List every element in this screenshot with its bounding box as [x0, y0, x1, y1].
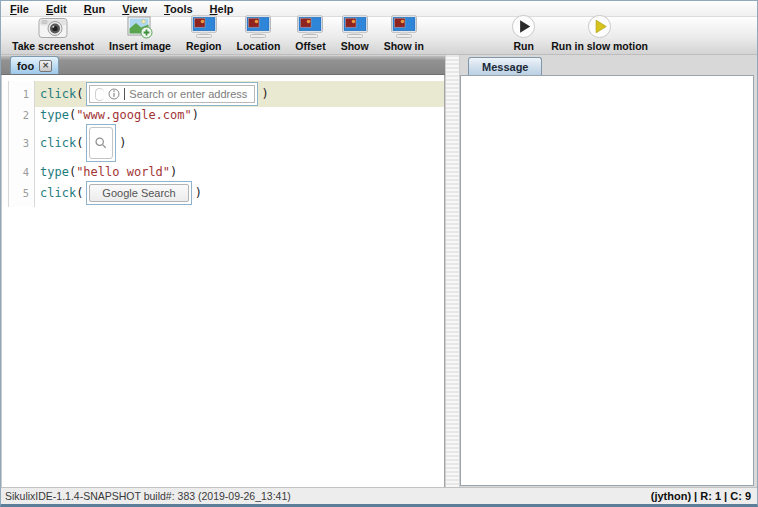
toolbar-button-label: Insert image: [109, 40, 171, 52]
monitor-region-icon: [244, 14, 272, 39]
editor-tab-bar: foo ✕: [1, 55, 445, 75]
text-caret: [124, 88, 125, 100]
code-content: type("www.google.com"): [35, 107, 444, 122]
info-icon: [108, 88, 120, 100]
magnifier-icon: [94, 136, 108, 150]
token-paren: ): [170, 165, 177, 179]
monitor-region-icon: [190, 14, 218, 39]
toolbar-button-label: Location: [237, 40, 281, 52]
token-paren: ): [195, 186, 202, 200]
code-line-1: 1 click(Search or enter address): [2, 81, 444, 107]
code-content: type("hello world"): [35, 164, 444, 179]
token-function: type: [40, 165, 69, 179]
message-pane: Message: [460, 55, 757, 487]
toolbar-button-run-slow-motion[interactable]: Run in slow motion: [546, 14, 653, 52]
gutter-strip: [2, 107, 9, 122]
toolbar-button-label: Run in slow motion: [551, 40, 648, 52]
toolbar-button-label: Region: [186, 40, 222, 52]
run-slow-icon: [587, 14, 612, 39]
token-function: click: [40, 87, 76, 101]
code-content: click(Google Search): [35, 179, 444, 207]
address-bar-snippet: Search or enter address: [89, 85, 255, 103]
line-number: 4: [9, 164, 35, 179]
message-output-area[interactable]: [460, 75, 754, 486]
toolbar-button-label: Run: [513, 40, 533, 52]
code-line-4: 4 type("hello world"): [2, 164, 444, 179]
token-paren: (: [69, 108, 76, 122]
google-search-button-snippet: Google Search: [89, 184, 188, 202]
status-position-text: (jython) | R: 1 | C: 9: [651, 490, 751, 502]
token-paren: ): [261, 87, 268, 101]
run-icon: [511, 14, 536, 39]
message-tab-bar: Message: [460, 55, 757, 75]
sikulix-ide-window: File Edit Run View Tools Help Take scree…: [0, 0, 758, 507]
gutter-strip: [2, 122, 9, 164]
code-line-3: 3 click(): [2, 122, 444, 164]
code-content: click(): [35, 122, 444, 164]
status-version-text: SikulixIDE-1.1.4-SNAPSHOT build#: 383 (2…: [5, 490, 291, 502]
toolbar-button-label: Show in: [384, 40, 424, 52]
token-paren: (: [69, 165, 76, 179]
line-number: 3: [9, 122, 35, 164]
token-paren: ): [192, 108, 199, 122]
image-thumbnail-address-bar[interactable]: Search or enter address: [86, 82, 258, 106]
code-line-5: 5 click(Google Search): [2, 179, 444, 207]
code-editor[interactable]: 1 click(Search or enter address) 2 type(…: [1, 75, 445, 487]
camera-icon: [38, 14, 68, 39]
image-thumbnail-google-search[interactable]: Google Search: [86, 181, 191, 205]
tab-foo[interactable]: foo ✕: [10, 56, 59, 74]
tab-foo-label: foo: [17, 60, 34, 72]
toolbar-button-label: Offset: [295, 40, 325, 52]
token-string: "hello world": [76, 165, 170, 179]
status-bar: SikulixIDE-1.1.4-SNAPSHOT build#: 383 (2…: [1, 487, 757, 504]
toolbar-button-region[interactable]: Region: [181, 14, 227, 52]
toolbar-button-show[interactable]: Show: [336, 14, 374, 52]
gutter-strip: [2, 164, 9, 179]
pane-splitter[interactable]: [445, 55, 460, 487]
editor-pane: foo ✕ 1 click(Search or enter address) 2…: [1, 55, 445, 487]
token-function: click: [40, 136, 76, 150]
main-area: foo ✕ 1 click(Search or enter address) 2…: [1, 55, 757, 487]
toolbar-button-run[interactable]: Run: [506, 14, 541, 52]
token-paren: ): [119, 136, 126, 150]
line-number: 2: [9, 107, 35, 122]
search-button-snippet: [89, 127, 113, 159]
token-paren: (: [76, 87, 83, 101]
token-function: click: [40, 186, 76, 200]
monitor-region-icon: [390, 14, 418, 39]
monitor-region-icon: [341, 14, 369, 39]
tab-message[interactable]: Message: [468, 57, 542, 75]
close-icon[interactable]: ✕: [39, 60, 52, 72]
toolbar-button-location[interactable]: Location: [232, 14, 286, 52]
code-content: click(Search or enter address): [35, 81, 444, 107]
line-number: 1: [9, 81, 35, 107]
token-string: "www.google.com": [76, 108, 192, 122]
toolbar-button-offset[interactable]: Offset: [290, 14, 330, 52]
toolbar-button-label: Take screenshot: [12, 40, 94, 52]
line-number: 5: [9, 179, 35, 207]
address-bar-placeholder: Search or enter address: [129, 88, 247, 100]
gutter-strip: [2, 81, 9, 107]
monitor-region-icon: [296, 14, 324, 39]
toolbar-button-take-screenshot[interactable]: Take screenshot: [7, 14, 99, 52]
toolbar-button-label: Show: [341, 40, 369, 52]
identity-pill: [95, 88, 104, 101]
token-paren: (: [76, 136, 83, 150]
gutter-strip: [2, 179, 9, 207]
toolbar-button-show-in[interactable]: Show in: [379, 14, 429, 52]
toolbar: Take screenshot Insert image: [1, 17, 757, 55]
toolbar-button-insert-image[interactable]: Insert image: [104, 14, 176, 52]
tab-message-label: Message: [482, 61, 528, 73]
insert-image-icon: [127, 14, 153, 39]
code-line-2: 2 type("www.google.com"): [2, 107, 444, 122]
token-function: type: [40, 108, 69, 122]
token-paren: (: [76, 186, 83, 200]
image-thumbnail-magnifier[interactable]: [86, 124, 116, 162]
